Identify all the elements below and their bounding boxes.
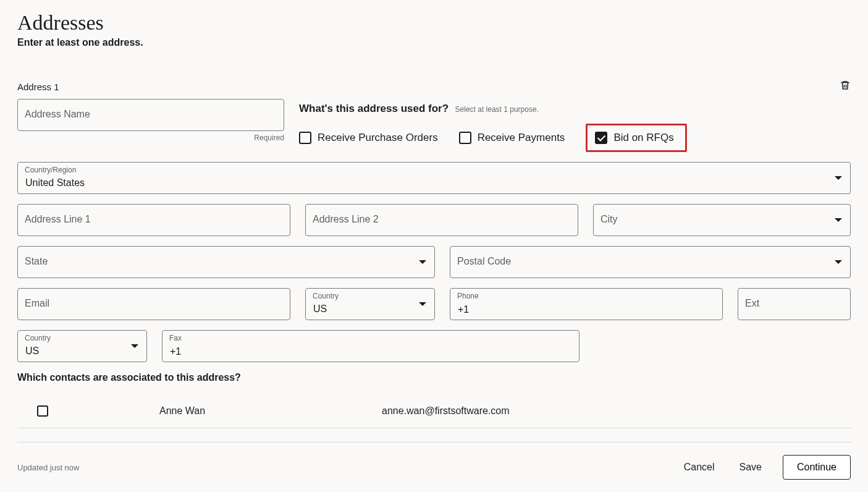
address-name-field[interactable]: Address Name	[17, 99, 284, 131]
fax-field[interactable]: Fax	[162, 330, 579, 362]
state-select[interactable]: State	[17, 246, 435, 278]
ext-input[interactable]	[738, 288, 851, 320]
fax-country-value: US	[25, 346, 39, 357]
checkbox-bid-rfqs[interactable]: Bid on RFQs	[586, 124, 686, 152]
country-region-select[interactable]: United States Country/Region	[17, 162, 851, 194]
contact-row: Anne Wan anne.wan@firstsoftware.com	[17, 394, 851, 428]
phone-input[interactable]	[450, 288, 723, 320]
cancel-button[interactable]: Cancel	[680, 461, 718, 473]
purpose-question: What's this address used for?	[299, 103, 449, 114]
phone-field[interactable]: Phone	[450, 288, 723, 320]
delete-address-button[interactable]	[840, 79, 851, 94]
checkbox-label: Receive Payments	[478, 132, 565, 144]
checkbox-label: Bid on RFQs	[613, 132, 673, 144]
address-line2-field[interactable]: Address Line 2	[305, 204, 578, 236]
checkbox-icon	[459, 132, 471, 144]
checkbox-receive-po[interactable]: Receive Purchase Orders	[299, 132, 438, 144]
checkbox-icon	[299, 132, 311, 144]
contacts-question: Which contacts are associated to this ad…	[17, 372, 851, 383]
contact-email: anne.wan@firstsoftware.com	[382, 405, 510, 417]
purpose-hint: Select at least 1 purpose.	[455, 105, 539, 114]
address-name-input[interactable]	[17, 99, 284, 131]
chevron-down-icon	[419, 260, 426, 264]
email-field[interactable]: Email	[17, 288, 290, 320]
email-input[interactable]	[17, 288, 290, 320]
trash-icon	[840, 79, 851, 91]
contact-name: Anne Wan	[159, 405, 345, 417]
page-subtitle: Enter at least one address.	[17, 37, 851, 48]
phone-country-value: US	[313, 303, 327, 315]
checkbox-icon	[595, 132, 607, 144]
ext-field[interactable]: Ext	[738, 288, 851, 320]
fax-input[interactable]	[162, 330, 579, 362]
country-region-value: United States	[25, 177, 85, 189]
fax-country-select[interactable]: US Country	[17, 330, 147, 362]
continue-button[interactable]: Continue	[783, 455, 851, 480]
city-select[interactable]: City	[593, 204, 851, 236]
address-section-label: Address 1	[17, 82, 59, 92]
address-line1-input[interactable]	[17, 204, 290, 236]
chevron-down-icon	[131, 344, 138, 348]
address-line2-input[interactable]	[305, 204, 578, 236]
contact-checkbox[interactable]	[37, 405, 48, 417]
address-line1-field[interactable]: Address Line 1	[17, 204, 290, 236]
status-text: Updated just now	[17, 463, 79, 472]
chevron-down-icon	[835, 260, 842, 264]
save-button[interactable]: Save	[735, 461, 765, 473]
chevron-down-icon	[835, 218, 842, 222]
chevron-down-icon	[835, 176, 842, 180]
divider	[17, 442, 851, 443]
phone-country-select[interactable]: US Country	[305, 288, 435, 320]
checkbox-receive-payments[interactable]: Receive Payments	[459, 132, 565, 144]
postal-code-select[interactable]: Postal Code	[450, 246, 851, 278]
chevron-down-icon	[419, 302, 426, 306]
required-note: Required	[17, 134, 284, 142]
checkbox-label: Receive Purchase Orders	[318, 132, 438, 144]
page-title: Addresses	[17, 11, 851, 35]
